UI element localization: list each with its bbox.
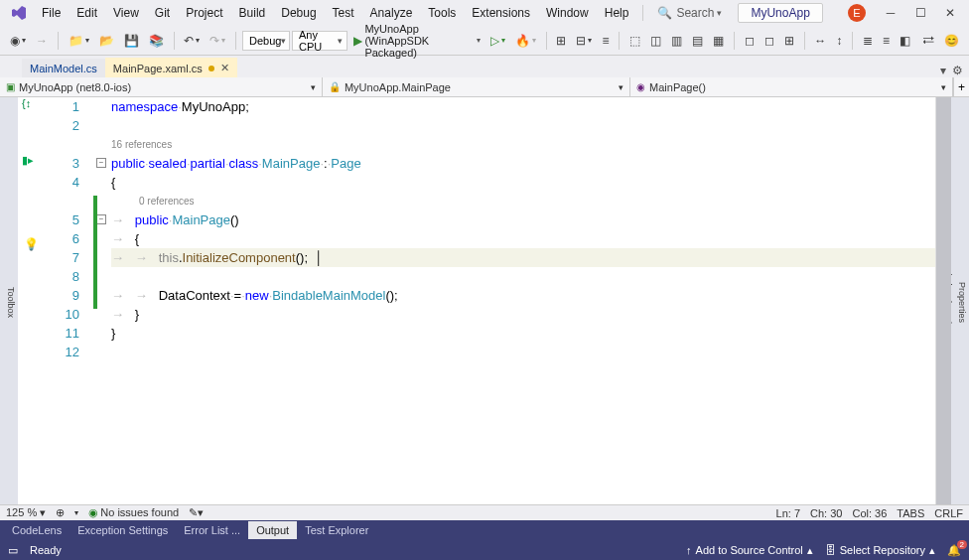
tab-close-icon[interactable]: ✕	[220, 62, 229, 74]
code-nav-bar: ▣ MyUnoApp (net8.0-ios)▾ 🔒 MyUnoApp.Main…	[0, 77, 969, 97]
codelens-refs[interactable]: 0 references	[111, 192, 935, 210]
redo-button[interactable]: ↷▾	[206, 32, 229, 50]
vertical-scrollbar[interactable]	[935, 97, 951, 504]
left-tool-rail: Toolbox Git Changes Team Explorer Resour…	[0, 97, 18, 504]
open-file-button[interactable]: 📂	[95, 32, 118, 50]
nav-class-combo[interactable]: 🔒 MyUnoApp.MainPage▾	[323, 77, 630, 96]
tab-output[interactable]: Output	[248, 521, 297, 539]
tb-icon-10[interactable]: ◻	[761, 32, 778, 50]
menu-edit[interactable]: Edit	[69, 2, 105, 24]
tb-icon-12[interactable]: ↔	[810, 32, 830, 50]
hot-reload-button[interactable]: 🔥▾	[511, 32, 540, 50]
indent-mode[interactable]: TABS	[897, 507, 924, 519]
codelens-refs[interactable]: 16 references	[111, 135, 935, 154]
rail-gitchanges[interactable]: Git Changes	[0, 272, 2, 334]
bottom-panel-tabs: CodeLens Exception Settings Error List .…	[0, 520, 969, 540]
rail-toolbox[interactable]: Toolbox	[4, 281, 18, 324]
zoom-combo[interactable]: 125 % ▾	[6, 506, 46, 519]
undo-button[interactable]: ↶▾	[180, 32, 204, 50]
bookmark-glyph-icon: ▮▸	[22, 154, 34, 167]
lightbulb-icon[interactable]: 💡	[24, 237, 39, 251]
brace-glyph-icon: {↕	[22, 97, 31, 109]
platform-combo[interactable]: Any CPU▾	[292, 31, 347, 51]
tab-testexplorer[interactable]: Test Explorer	[297, 521, 376, 539]
workspace: Toolbox Git Changes Team Explorer Resour…	[0, 97, 969, 504]
status-bar: ▭ Ready ↑ Add to Source Control ▴ 🗄 Sele…	[0, 540, 969, 560]
user-avatar[interactable]: E	[848, 4, 866, 22]
document-tab-bar: MainModel.cs MainPage.xaml.cs ✕ ▾ ⚙	[0, 56, 969, 77]
menu-build[interactable]: Build	[231, 2, 274, 24]
tb-icon-1[interactable]: ⊞	[552, 32, 570, 50]
class-icon: 🔒	[329, 81, 341, 92]
menu-file[interactable]: File	[34, 2, 69, 24]
maximize-button[interactable]: ☐	[905, 3, 935, 23]
line-ending[interactable]: CRLF	[934, 507, 963, 519]
menu-help[interactable]: Help	[597, 2, 637, 24]
tab-codelens[interactable]: CodeLens	[4, 521, 69, 539]
tb-icon-5[interactable]: ◫	[646, 32, 665, 50]
tab-overflow-button[interactable]: ▾	[940, 64, 946, 77]
right-tool-rail: Properties Find and Replace Solution Exp…	[951, 97, 969, 504]
tb-icon-15[interactable]: ≡	[879, 32, 894, 50]
menu-project[interactable]: Project	[178, 2, 230, 24]
tb-icon-9[interactable]: ◻	[741, 32, 759, 50]
tb-icon-14[interactable]: ≣	[859, 32, 877, 50]
change-marker	[93, 196, 97, 309]
search-label: Search	[676, 6, 714, 20]
tb-icon-2[interactable]: ⊟▾	[572, 32, 596, 50]
tb-icon-4[interactable]: ⬚	[625, 32, 644, 50]
start-debug-button[interactable]: ▶ MyUnoApp (WinAppSDK Packaged) ▾	[349, 21, 484, 61]
nav-member-label: MainPage()	[649, 81, 706, 93]
nav-project-label: MyUnoApp (net8.0-ios)	[19, 81, 131, 93]
tab-settings-icon[interactable]: ⚙	[952, 64, 963, 77]
tb-icon-6[interactable]: ▥	[667, 32, 686, 50]
nav-add-button[interactable]: +	[953, 77, 969, 96]
notifications-button[interactable]: 🔔2	[947, 544, 961, 557]
nav-class-label: MyUnoApp.MainPage	[345, 81, 451, 93]
add-source-control[interactable]: ↑ Add to Source Control ▴	[686, 544, 813, 557]
code-editor[interactable]: {↕ ▮▸ 💡 1 2 3 4 5 6 7 8 9 10 11 12 − − n…	[18, 97, 951, 504]
feedback-button[interactable]: 😊	[940, 32, 963, 50]
tb-icon-7[interactable]: ▤	[688, 32, 707, 50]
nav-fwd-button[interactable]: →	[32, 32, 52, 50]
solution-name-pill[interactable]: MyUnoApp	[738, 3, 822, 23]
live-share-button[interactable]: ⮂	[918, 32, 938, 50]
tab-modified-icon	[208, 66, 214, 71]
issues-status[interactable]: ◉No issues found	[88, 506, 179, 519]
nav-project-combo[interactable]: ▣ MyUnoApp (net8.0-ios)▾	[0, 77, 323, 96]
select-repository[interactable]: 🗄 Select Repository ▴	[825, 544, 935, 557]
tb-icon-3[interactable]: ≡	[598, 32, 613, 50]
tab-mainmodel[interactable]: MainModel.cs	[22, 59, 105, 77]
menu-bar: File Edit View Git Project Build Debug T…	[0, 0, 969, 26]
nav-member-combo[interactable]: ◉ MainPage()▾	[630, 77, 953, 96]
tb-icon-13[interactable]: ↕	[832, 32, 846, 50]
tab-errorlist[interactable]: Error List ...	[176, 521, 248, 539]
collapse-toggle-icon[interactable]: −	[96, 158, 106, 168]
menu-git[interactable]: Git	[147, 2, 178, 24]
outline-margin: − −	[93, 97, 111, 504]
menu-window[interactable]: Window	[538, 2, 597, 24]
scroll-mode-icon[interactable]: ⊕	[56, 506, 65, 519]
collapse-toggle-icon[interactable]: −	[96, 214, 106, 224]
tb-icon-8[interactable]: ▦	[709, 32, 728, 50]
menu-debug[interactable]: Debug	[273, 2, 324, 24]
save-button[interactable]: 💾	[120, 32, 143, 50]
config-combo[interactable]: Debug▾	[242, 31, 290, 51]
tb-icon-16[interactable]: ◧	[896, 32, 914, 50]
menu-view[interactable]: View	[105, 2, 147, 24]
tb-icon-11[interactable]: ⊞	[780, 32, 798, 50]
line-number-gutter: 1 2 3 4 5 6 7 8 9 10 11 12	[42, 97, 93, 504]
minimize-button[interactable]: ─	[876, 3, 905, 23]
rail-properties[interactable]: Properties	[955, 276, 969, 329]
start-nodebug-button[interactable]: ▷▾	[486, 32, 509, 50]
caret-line: Ln: 7	[776, 507, 800, 519]
brush-icon[interactable]: ✎▾	[189, 506, 204, 519]
nav-back-button[interactable]: ◉ ▾	[6, 32, 30, 50]
tab-exception[interactable]: Exception Settings	[69, 521, 176, 539]
close-window-button[interactable]: ✕	[935, 3, 965, 23]
save-all-button[interactable]: 📚	[145, 32, 168, 50]
search-box[interactable]: 🔍 Search ▾	[649, 4, 730, 22]
tab-mainpage[interactable]: MainPage.xaml.cs ✕	[105, 58, 237, 77]
code-area[interactable]: namespace·MyUnoApp; 16 references public…	[111, 97, 935, 504]
new-project-button[interactable]: 📁▾	[65, 32, 93, 50]
